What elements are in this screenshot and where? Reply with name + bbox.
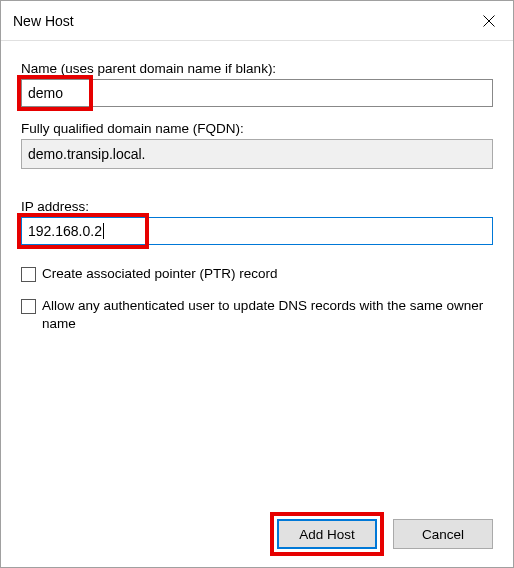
allow-checkbox[interactable] — [21, 299, 36, 314]
new-host-dialog: New Host Name (uses parent domain name i… — [0, 0, 514, 568]
fqdn-display: demo.transip.local. — [21, 139, 493, 169]
button-row: Add Host Cancel — [277, 519, 493, 549]
close-button[interactable] — [465, 1, 513, 41]
add-host-button[interactable]: Add Host — [277, 519, 377, 549]
allow-checkbox-label: Allow any authenticated user to update D… — [42, 297, 493, 333]
ptr-checkbox-row: Create associated pointer (PTR) record — [21, 265, 493, 283]
window-title: New Host — [13, 13, 74, 29]
titlebar: New Host — [1, 1, 513, 41]
dialog-content: Name (uses parent domain name if blank):… — [1, 41, 513, 334]
cancel-button[interactable]: Cancel — [393, 519, 493, 549]
ip-value: 192.168.0.2 — [28, 223, 102, 239]
ip-input[interactable]: 192.168.0.2 — [21, 217, 493, 245]
fqdn-label: Fully qualified domain name (FQDN): — [21, 121, 493, 136]
ptr-checkbox[interactable] — [21, 267, 36, 282]
allow-checkbox-row: Allow any authenticated user to update D… — [21, 297, 493, 333]
close-icon — [483, 15, 495, 27]
name-input[interactable] — [21, 79, 493, 107]
text-caret — [103, 223, 104, 239]
ptr-checkbox-label: Create associated pointer (PTR) record — [42, 265, 278, 283]
ip-label: IP address: — [21, 199, 493, 214]
name-label: Name (uses parent domain name if blank): — [21, 61, 493, 76]
